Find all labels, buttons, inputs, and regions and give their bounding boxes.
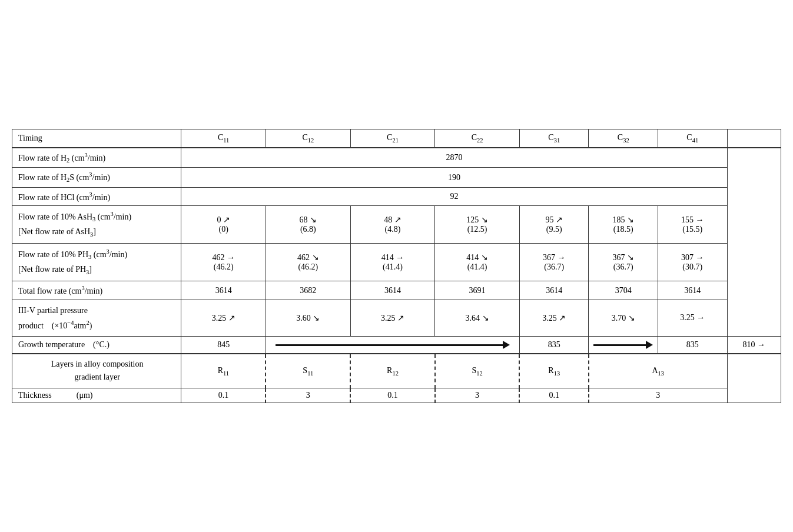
total-c31: 3614 [519, 281, 589, 300]
layers-label: Layers in alloy compositiongradient laye… [12, 354, 181, 388]
iiiv-c11: 3.25 ↗ [181, 300, 266, 336]
ph3-c41: 307 →(30.7) [658, 244, 728, 281]
iiiv-row: III-V partial pressure product (×10−4atm… [12, 300, 781, 336]
ph3-row: Flow rate of 10% PH3 (cm3/min) [Net flow… [12, 244, 781, 281]
ph3-c21: 414 →(41.4) [350, 244, 435, 281]
header-c11: C11 [181, 129, 266, 148]
total-label: Total flow rate (cm3/min) [12, 281, 181, 300]
growth-c41: 810 → [727, 337, 781, 354]
growth-label: Growth temperature (°C.) [12, 337, 181, 354]
ash3-c31: 95 ↗(9.5) [519, 206, 589, 244]
iiiv-c22: 3.64 ↘ [435, 300, 520, 336]
h2-value: 2870 [181, 148, 727, 168]
growth-arrow-1 [266, 337, 519, 354]
header-c31: C31 [519, 129, 589, 148]
total-c22: 3691 [435, 281, 520, 300]
header-c12: C12 [266, 129, 350, 148]
c12-sub: 12 [308, 137, 314, 144]
c31-sub: 31 [554, 137, 560, 144]
ash3-c12: 68 ↘(6.8) [266, 206, 350, 244]
ash3-c41: 155 →(15.5) [658, 206, 728, 244]
thickness-s11: 3 [266, 388, 350, 403]
h2s-value: 190 [181, 168, 727, 187]
h2-row: Flow rate of H2 (cm3/min) 2870 [12, 148, 781, 168]
header-c21: C21 [350, 129, 435, 148]
c11-sub: 11 [223, 137, 229, 144]
thickness-r11: 0.1 [181, 388, 266, 403]
ash3-c32: 185 ↘(18.5) [589, 206, 658, 244]
growth-c31: 835 [658, 337, 728, 354]
hcl-value: 92 [181, 187, 727, 206]
ph3-c22: 414 ↘(41.4) [435, 244, 520, 281]
growth-c11: 845 [181, 337, 266, 354]
layers-s11: S11 [266, 354, 350, 388]
layers-r12: R12 [350, 354, 435, 388]
total-c32: 3704 [589, 281, 658, 300]
ash3-row: Flow rate of 10% AsH3 (cm3/min) [Net flo… [12, 206, 781, 244]
thickness-label: Thickness (μm) [12, 388, 181, 403]
total-c11: 3614 [181, 281, 266, 300]
hcl-row: Flow rate of HCl (cm3/min) 92 [12, 187, 781, 206]
c21-sub: 21 [392, 137, 399, 144]
thickness-r13: 0.1 [519, 388, 589, 403]
ash3-c11: 0 ↗(0) [181, 206, 266, 244]
ph3-c32: 367 ↘(36.7) [589, 244, 658, 281]
iiiv-c32: 3.70 ↘ [589, 300, 658, 336]
ph3-c11: 462 →(46.2) [181, 244, 266, 281]
layers-r13: R13 [519, 354, 589, 388]
hcl-label: Flow rate of HCl (cm3/min) [12, 187, 181, 206]
thickness-r12: 0.1 [350, 388, 435, 403]
c22-sub: 22 [477, 137, 483, 144]
layers-s12: S12 [435, 354, 520, 388]
thickness-row: Thickness (μm) 0.1 3 0.1 3 0.1 3 [12, 388, 781, 403]
ash3-label: Flow rate of 10% AsH3 (cm3/min) [Net flo… [12, 206, 181, 244]
growth-c21: 835 [519, 337, 589, 354]
h2s-row: Flow rate of H2S (cm3/min) 190 [12, 168, 781, 187]
header-c32: C32 [589, 129, 658, 148]
layers-row: Layers in alloy compositiongradient laye… [12, 354, 781, 388]
thickness-a13: 3 [589, 388, 727, 403]
c41-sub: 41 [692, 137, 699, 144]
table-container: Timing C11 C12 C21 C22 C31 C32 C41 Flow … [12, 129, 781, 403]
header-row: Timing C11 C12 C21 C22 C31 C32 C41 [12, 129, 781, 148]
header-timing: Timing [12, 129, 181, 148]
total-c41: 3614 [658, 281, 728, 300]
ash3-c21: 48 ↗(4.8) [350, 206, 435, 244]
total-c12: 3682 [266, 281, 350, 300]
total-c21: 3614 [350, 281, 435, 300]
iiiv-label: III-V partial pressure product (×10−4atm… [12, 300, 181, 336]
ash3-c22: 125 ↘(12.5) [435, 206, 520, 244]
header-c41: C41 [658, 129, 728, 148]
iiiv-c31: 3.25 ↗ [519, 300, 589, 336]
h2-label: Flow rate of H2 (cm3/min) [12, 148, 181, 168]
iiiv-c21: 3.25 ↗ [350, 300, 435, 336]
c32-sub: 32 [623, 137, 629, 144]
h2s-label: Flow rate of H2S (cm3/min) [12, 168, 181, 187]
ph3-label: Flow rate of 10% PH3 (cm3/min) [Net flow… [12, 244, 181, 281]
header-c22: C22 [435, 129, 520, 148]
growth-arrow-2 [589, 337, 658, 354]
layers-a13: A13 [589, 354, 727, 388]
iiiv-c12: 3.60 ↘ [266, 300, 350, 336]
ph3-c31: 367 →(36.7) [519, 244, 589, 281]
growth-row: Growth temperature (°C.) 845 835 [12, 337, 781, 354]
main-table: Timing C11 C12 C21 C22 C31 C32 C41 Flow … [12, 129, 781, 403]
layers-r11: R11 [181, 354, 266, 388]
total-row: Total flow rate (cm3/min) 3614 3682 3614… [12, 281, 781, 300]
iiiv-c41: 3.25 → [658, 300, 728, 336]
thickness-s12: 3 [435, 388, 520, 403]
ph3-c12: 462 ↘(46.2) [266, 244, 350, 281]
